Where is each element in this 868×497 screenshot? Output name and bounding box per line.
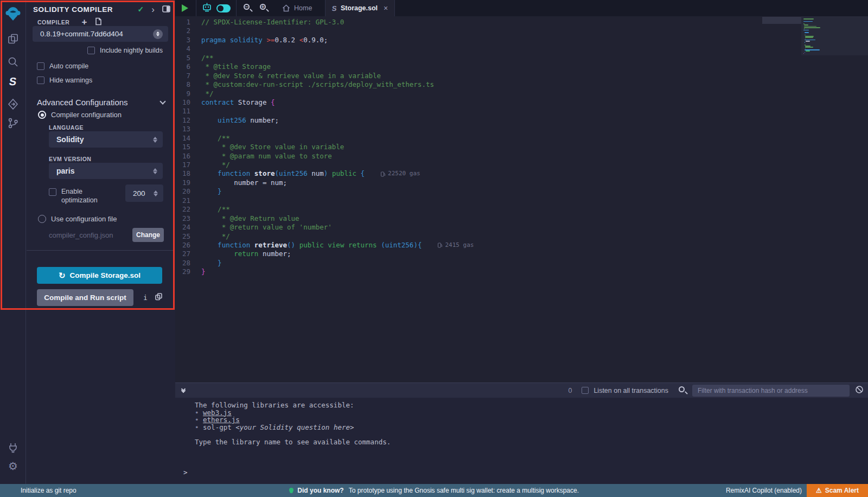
solidity-compiler-icon[interactable]: S [0,72,26,91]
run-script-play-icon[interactable] [182,4,188,12]
hide-warnings-label: Hide warnings [49,77,92,84]
solidity-compiler-panel: SOLIDITY COMPILER ✓ › COMPILER + 0.8.19+… [27,0,175,484]
code-line: 9 */ [175,90,868,98]
code-line: 26 function retrieve() public view retur… [175,241,868,250]
compile-run-row: Compile and Run script i [37,289,169,306]
code-line: 10contract Storage { [175,98,868,107]
chevron-right-icon[interactable]: › [151,5,155,14]
close-tab-icon[interactable]: × [384,4,388,12]
code-line: 18 function store(uint256 num) public {2… [175,169,868,178]
library-item[interactable]: • sol-gpt <your Solidity question here> [195,424,868,431]
chevron-down-icon [159,98,165,104]
tip-title: Did you know? [297,487,343,494]
zoom-out-icon[interactable]: – [243,3,253,13]
compile-button[interactable]: ↻ Compile Storage.sol [37,267,162,284]
clear-console-icon[interactable] [855,385,864,396]
settings-gear-icon[interactable]: ⚙ [0,457,26,475]
code-line: 3pragma solidity >=0.8.2 <0.9.0; [175,36,868,44]
listen-transactions-label: Listen on all transactions [593,387,668,394]
ai-robot-icon[interactable] [202,2,212,14]
terminal-output[interactable]: The following libraries are accessible: … [175,398,868,484]
transaction-count: 0 [568,387,572,394]
tab-toolbar: – + Home S Storage.sol × [175,0,868,16]
nightly-builds-label: Include nightly builds [100,47,163,54]
language-select[interactable]: Solidity [49,131,163,148]
compiler-version-select[interactable]: 0.8.19+commit.7dd6d404 [33,26,168,42]
warning-icon: ⚠ [816,487,822,494]
language-value: Solidity [56,135,153,144]
change-config-button[interactable]: Change [132,228,164,242]
config-file-label: Use configuration file [51,215,117,223]
config-file-name: compiler_config.json [49,231,132,239]
info-icon[interactable]: i [143,294,148,302]
tip-text: To prototype using the Gnosis safe multi… [349,487,579,494]
code-line: 20 } [175,187,868,196]
file-explorer-icon[interactable] [0,30,26,48]
terminal-search-icon [678,386,688,396]
optimization-runs-input[interactable]: 200 [125,184,163,202]
copy-icon[interactable] [155,293,162,303]
auto-compile-row: Auto compile [37,62,88,70]
library-item[interactable]: • web3.js [195,409,868,417]
code-line: 17 */ [175,161,868,169]
transaction-filter-input[interactable] [692,385,850,397]
config-file-radio-row: Use configuration file [38,215,117,223]
lightbulb-icon [289,488,293,492]
library-item[interactable]: • ethers.js [195,416,868,424]
code-line: 5/** [175,54,868,62]
solidity-file-icon: S [331,4,337,12]
minimap-slider[interactable] [762,17,801,24]
git-icon[interactable] [0,114,26,132]
refresh-icon: ↻ [59,271,66,281]
evm-version-select[interactable]: paris [49,163,163,179]
code-line: 29} [175,267,868,276]
search-icon[interactable] [0,53,26,71]
tab-storage-sol[interactable]: S Storage.sol × [326,0,394,16]
minimap[interactable] [801,16,868,55]
optimization-checkbox[interactable] [49,188,56,196]
terminal-prompt[interactable]: > [183,468,188,476]
listen-transactions-checkbox[interactable] [582,387,589,394]
panel-title: SOLIDITY COMPILER [33,5,130,14]
language-label: LANGUAGE [49,124,84,131]
code-line: 7 * @dev Store & retrieve value in a var… [175,72,868,80]
plugin-manager-icon[interactable] [0,438,26,457]
code-line: 11 [175,107,868,116]
evm-label-row: EVM VERSION [49,156,91,162]
tab-home[interactable]: Home [276,0,318,16]
vertical-icon-bar: S ⚙ [0,0,26,484]
expand-terminal-icon[interactable] [182,389,185,392]
code-lines: 1// SPDX-License-Identifier: GPL-3.023pr… [175,18,868,277]
config-file-row: compiler_config.json Change [49,228,164,242]
scam-alert-button[interactable]: ⚠ Scam Alert [807,484,868,497]
remix-logo-icon[interactable] [0,4,26,23]
language-stepper-icon [153,137,157,143]
ai-section [196,0,236,16]
panel-divider [27,250,175,251]
hide-warnings-checkbox[interactable] [37,77,44,84]
compiler-config-radio[interactable] [38,111,46,119]
code-editor[interactable]: 1// SPDX-License-Identifier: GPL-3.023pr… [175,16,868,383]
auto-compile-checkbox[interactable] [37,62,44,70]
config-file-radio[interactable] [38,215,46,223]
optimization-label: Enable optimization [61,187,114,205]
compile-and-run-button[interactable]: Compile and Run script [37,289,133,306]
compiler-config-label: Compiler configuration [51,111,122,119]
nightly-builds-checkbox[interactable] [87,47,95,54]
terminal-header: 0 Listen on all transactions [175,383,868,398]
status-bar: Initialize as git repo Did you know? To … [0,484,868,497]
deploy-run-icon[interactable] [0,95,26,113]
terminal-library-list: • web3.js• ethers.js• sol-gpt <your Soli… [195,409,868,431]
compiler-version-value: 0.8.19+commit.7dd6d404 [40,30,153,38]
gas-estimate: 22520 gas [381,169,420,178]
panel-header: SOLIDITY COMPILER ✓ › [33,3,170,15]
advanced-config-header[interactable]: Advanced Configurations [37,98,165,107]
compiler-section-label: COMPILER [37,19,69,26]
code-line: 6 * @title Storage [175,62,868,71]
code-line: 14 /** [175,134,868,143]
code-line: 8 * @custom:dev-run-script ./scripts/dep… [175,80,868,89]
copilot-toggle[interactable] [216,4,231,12]
copilot-status[interactable]: RemixAI Copilot (enabled) [726,487,802,494]
zoom-in-icon[interactable]: + [259,3,269,13]
pin-panel-icon[interactable] [162,5,170,14]
